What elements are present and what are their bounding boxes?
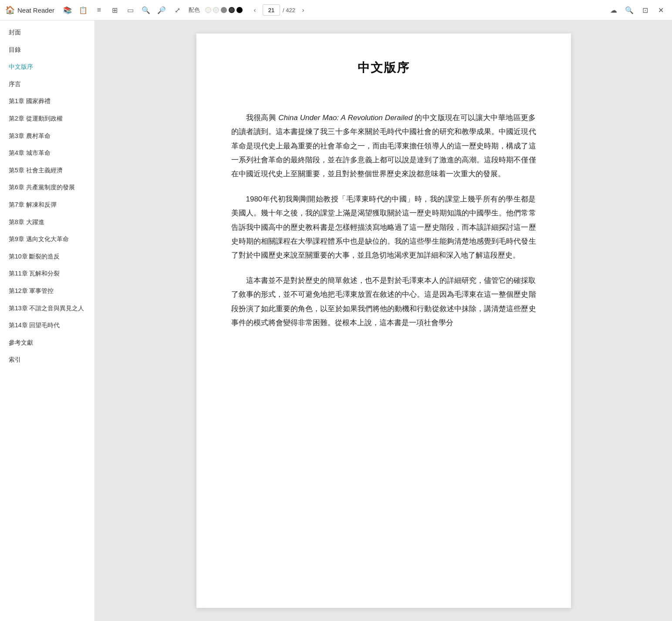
sidebar-item-ch8[interactable]: 第8章 大躍進 [0, 214, 95, 231]
color-cream[interactable] [205, 7, 211, 13]
sidebar-item-ch9[interactable]: 第9章 邁向文化大革命 [0, 231, 95, 248]
page-navigation: ‹ 21 / 422 › [250, 4, 308, 16]
close-icon[interactable]: ✕ [655, 4, 667, 16]
next-page-button[interactable]: › [298, 5, 308, 15]
content-area[interactable]: 中文版序 我很高興 China Under Mao: A Revolution … [95, 20, 672, 621]
sidebar-item-ch11[interactable]: 第11章 瓦解和分裂 [0, 265, 95, 282]
paragraph-2: 1980年代初我剛剛開始教授「毛澤東時代的中國」時，我的課堂上幾乎所有的學生都是… [231, 192, 536, 262]
sidebar-item-ch12[interactable]: 第12章 軍事管控 [0, 282, 95, 300]
toolbar-right: ☁ 🔍 ⊡ ✕ [608, 4, 667, 16]
fullscreen-icon[interactable]: ⊡ [639, 4, 651, 16]
copy-icon[interactable]: 📋 [77, 4, 89, 16]
main-layout: 封面 目錄 中文版序 序言 第1章 國家葬禮 第2章 從運動到政權 第3章 農村… [0, 20, 672, 621]
search-right-icon[interactable]: 🔍 [623, 4, 635, 16]
app-name: Neat Reader [17, 7, 54, 14]
library-icon[interactable]: 📚 [61, 4, 74, 16]
sidebar-item-toc[interactable]: 目錄 [0, 41, 95, 59]
sidebar-item-ch4[interactable]: 第4章 城市革命 [0, 144, 95, 162]
color-picker [205, 7, 243, 13]
sidebar-item-chinese-preface[interactable]: 中文版序 [0, 58, 95, 76]
sidebar-item-index[interactable]: 索引 [0, 351, 95, 369]
menu-icon[interactable]: ≡ [93, 4, 105, 16]
paragraph-1: 我很高興 China Under Mao: A Revolution Derai… [231, 111, 536, 181]
page-container: 中文版序 我很高興 China Under Mao: A Revolution … [196, 34, 571, 608]
color-green[interactable] [213, 7, 219, 13]
color-dark[interactable] [229, 7, 235, 13]
sidebar-item-ch6[interactable]: 第6章 共產黨制度的發展 [0, 179, 95, 196]
paragraph-3: 這本書並不是對於歷史的簡單敘述，也不是對於毛澤東本人的詳細研究，儘管它的確採取了… [231, 274, 536, 330]
color-black[interactable] [236, 7, 243, 13]
sidebar-item-ch7[interactable]: 第7章 解凍和反彈 [0, 196, 95, 214]
sidebar-item-ch13[interactable]: 第13章 不諧之音與異見之人 [0, 300, 95, 317]
book-title-italic: China Under Mao: A Revolution Derailed [278, 114, 412, 122]
prev-page-button[interactable]: ‹ [250, 5, 260, 15]
color-gray[interactable] [221, 7, 227, 13]
sidebar-item-preface[interactable]: 序言 [0, 76, 95, 93]
sidebar-item-ch2[interactable]: 第2章 從運動到政權 [0, 110, 95, 128]
expand-icon[interactable]: ⤢ [171, 4, 183, 16]
toolbar: 🏠 Neat Reader 📚 📋 ≡ ⊞ ▭ 🔍 🔎 ⤢ 配色 ‹ 21 / … [0, 0, 672, 20]
search-icon[interactable]: 🔍 [140, 4, 152, 16]
sidebar-item-ch1[interactable]: 第1章 國家葬禮 [0, 93, 95, 110]
page-body: 我很高興 China Under Mao: A Revolution Derai… [231, 111, 536, 330]
sidebar-item-ch3[interactable]: 第3章 農村革命 [0, 128, 95, 145]
theme-label: 配色 [189, 6, 200, 14]
sidebar: 封面 目錄 中文版序 序言 第1章 國家葬禮 第2章 從運動到政權 第3章 農村… [0, 20, 95, 621]
page-icon[interactable]: ▭ [124, 4, 136, 16]
sidebar-item-cover[interactable]: 封面 [0, 24, 95, 41]
app-brand: 🏠 Neat Reader [5, 5, 54, 15]
sidebar-item-references[interactable]: 參考文獻 [0, 334, 95, 352]
grid-icon[interactable]: ⊞ [108, 4, 121, 16]
page-number-input[interactable]: 21 [263, 4, 280, 16]
page-total: / 422 [283, 7, 295, 13]
sidebar-item-ch14[interactable]: 第14章 回望毛時代 [0, 317, 95, 334]
page-title: 中文版序 [231, 60, 536, 76]
zoom-icon[interactable]: 🔎 [155, 4, 168, 16]
sidebar-item-ch10[interactable]: 第10章 斷裂的造反 [0, 248, 95, 265]
cloud-icon[interactable]: ☁ [608, 4, 620, 16]
sidebar-item-ch5[interactable]: 第5章 社會主義經濟 [0, 162, 95, 179]
brand-icon: 🏠 [5, 5, 15, 15]
